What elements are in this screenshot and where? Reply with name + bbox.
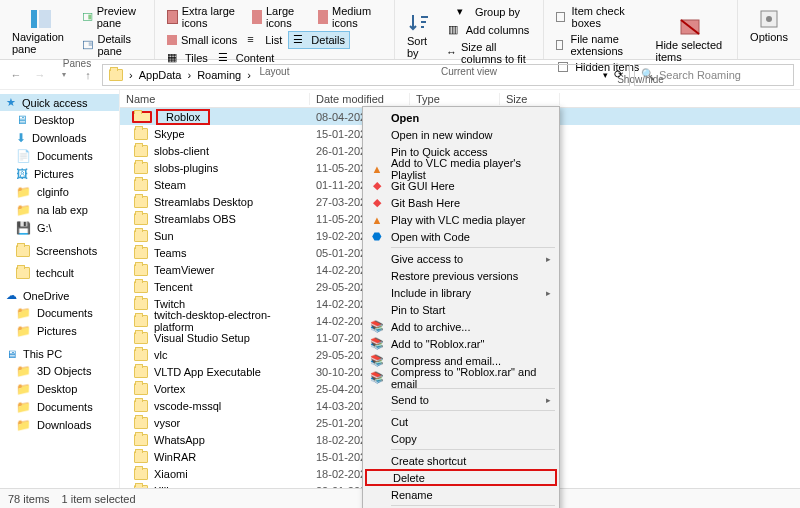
col-date[interactable]: Date modified [310, 93, 410, 105]
file-name: Sun [154, 230, 174, 242]
ctx-copy[interactable]: Copy [365, 430, 557, 447]
git-icon: ◆ [370, 179, 384, 193]
file-name: Teams [154, 247, 186, 259]
sidebar-item[interactable]: 📁clginfo [0, 183, 119, 201]
file-name: VLTD App Executable [154, 366, 261, 378]
vlc-icon: ▲ [370, 213, 384, 227]
file-name: Streamlabs OBS [154, 213, 236, 225]
ctx-separator [391, 410, 555, 411]
history-dropdown[interactable]: ▾ [54, 65, 74, 85]
up-button[interactable]: ↑ [78, 65, 98, 85]
sidebar-item[interactable]: 📁na lab exp [0, 201, 119, 219]
ctx-pin-start[interactable]: Pin to Start [365, 301, 557, 318]
breadcrumb-roaming[interactable]: Roaming [197, 69, 241, 81]
extra-large-icons-button[interactable]: Extra large icons [163, 4, 246, 30]
address-bar[interactable]: › AppData › Roaming › ▾ ⟳ [102, 64, 630, 86]
file-name: Vortex [154, 383, 185, 395]
ctx-cut[interactable]: Cut [365, 413, 557, 430]
navigation-pane-button[interactable]: Navigation pane [8, 4, 73, 58]
file-name: twitch-desktop-electron-platform [154, 309, 310, 333]
ctx-compress-rar-email[interactable]: 📚Compress to "Roblox.rar" and email [365, 369, 557, 386]
ctx-restore-previous[interactable]: Restore previous versions [365, 267, 557, 284]
file-name: Tencent [154, 281, 193, 293]
ctx-delete[interactable]: Delete [365, 469, 557, 486]
vlc-icon: ▲ [370, 162, 384, 176]
ribbon-group-panes: Navigation pane Preview pane Details pan… [0, 0, 155, 59]
folder-icon [134, 400, 148, 412]
forward-button[interactable]: → [30, 65, 50, 85]
ctx-open-new-window[interactable]: Open in new window [365, 126, 557, 143]
folder-icon [134, 264, 148, 276]
sidebar-item[interactable]: 🖥Desktop [0, 111, 119, 129]
small-icons-button[interactable]: Small icons [163, 31, 241, 49]
sidebar-item[interactable]: ⬇Downloads [0, 129, 119, 147]
ctx-play-vlc[interactable]: ▲Play with VLC media player [365, 211, 557, 228]
ribbon-group-options: Options [738, 0, 800, 59]
refresh-icon[interactable]: ⟳ [614, 68, 623, 81]
ctx-git-gui[interactable]: ◆Git GUI Here [365, 177, 557, 194]
ctx-git-bash[interactable]: ◆Git Bash Here [365, 194, 557, 211]
ctx-add-archive[interactable]: 📚Add to archive... [365, 318, 557, 335]
ctx-rename[interactable]: Rename [365, 486, 557, 503]
ctx-add-rar[interactable]: 📚Add to "Roblox.rar" [365, 335, 557, 352]
onedrive[interactable]: ☁OneDrive [0, 287, 119, 304]
details-button[interactable]: ☰Details [288, 31, 350, 49]
ribbon-group-current-view: Sort by ▾Group by ▥Add columns ↔Size all… [395, 0, 544, 59]
ctx-send-to[interactable]: Send to [365, 391, 557, 408]
add-columns-button[interactable]: ▥Add columns [442, 22, 535, 38]
address-bar-row: ← → ▾ ↑ › AppData › Roaming › ▾ ⟳ 🔍 Sear… [0, 60, 800, 90]
list-button[interactable]: ≡List [243, 31, 286, 49]
medium-icons-button[interactable]: Medium icons [314, 4, 386, 30]
ctx-give-access[interactable]: Give access to [365, 250, 557, 267]
ctx-separator [391, 247, 555, 248]
svg-rect-3 [89, 15, 92, 20]
item-checkboxes-toggle[interactable]: Item check boxes [552, 4, 645, 30]
address-dropdown-icon[interactable]: ▾ [603, 70, 608, 80]
search-icon: 🔍 [641, 68, 655, 81]
ctx-include-library[interactable]: Include in library [365, 284, 557, 301]
col-type[interactable]: Type [410, 93, 500, 105]
file-name: vysor [154, 417, 180, 429]
ctx-open-code[interactable]: ⬣Open with Code [365, 228, 557, 245]
col-name[interactable]: Name [120, 93, 310, 105]
file-name: vlc [154, 349, 167, 361]
navigation-sidebar: ★Quick access 🖥Desktop⬇Downloads📄Documen… [0, 90, 120, 488]
search-box[interactable]: 🔍 Search Roaming [634, 64, 794, 86]
details-pane-button[interactable]: Details pane [79, 32, 146, 58]
file-name: WhatsApp [154, 434, 205, 446]
techcult-folder[interactable]: techcult [0, 265, 119, 281]
sidebar-item[interactable]: 🖼Pictures [0, 165, 119, 183]
sidebar-item[interactable]: 📁Desktop [0, 380, 119, 398]
back-button[interactable]: ← [6, 65, 26, 85]
sidebar-item[interactable]: 📁Documents [0, 398, 119, 416]
folder-icon [134, 349, 148, 361]
folder-icon [109, 69, 123, 81]
screenshots-folder[interactable]: Screenshots [0, 243, 119, 259]
ctx-open[interactable]: Open [365, 109, 557, 126]
group-by-button[interactable]: ▾Group by [442, 4, 535, 20]
sidebar-item[interactable]: 📁3D Objects [0, 362, 119, 380]
preview-pane-button[interactable]: Preview pane [79, 4, 146, 30]
col-size[interactable]: Size [500, 93, 560, 105]
file-name: TeamViewer [154, 264, 214, 276]
folder-icon [134, 196, 148, 208]
folder-icon [134, 315, 148, 327]
sidebar-item[interactable]: 📄Documents [0, 147, 119, 165]
folder-icon [134, 383, 148, 395]
file-extensions-toggle[interactable]: File name extensions [552, 32, 645, 58]
options-button[interactable]: Options [746, 4, 792, 46]
large-icons-button[interactable]: Large icons [248, 4, 312, 30]
sort-by-button[interactable]: Sort by [403, 4, 436, 66]
sidebar-item[interactable]: 📁Downloads [0, 416, 119, 434]
sidebar-item[interactable]: 📁Documents [0, 304, 119, 322]
sidebar-item[interactable]: 📁Pictures [0, 322, 119, 340]
sidebar-item[interactable]: 💾G:\ [0, 219, 119, 237]
this-pc[interactable]: 🖥This PC [0, 346, 119, 362]
folder-icon: 📁 [16, 306, 31, 320]
ctx-create-shortcut[interactable]: Create shortcut [365, 452, 557, 469]
file-name: vscode-mssql [154, 400, 221, 412]
size-columns-button[interactable]: ↔Size all columns to fit [442, 40, 535, 66]
breadcrumb-appdata[interactable]: AppData [139, 69, 182, 81]
ctx-vlc-playlist[interactable]: ▲Add to VLC media player's Playlist [365, 160, 557, 177]
quick-access[interactable]: ★Quick access [0, 94, 119, 111]
